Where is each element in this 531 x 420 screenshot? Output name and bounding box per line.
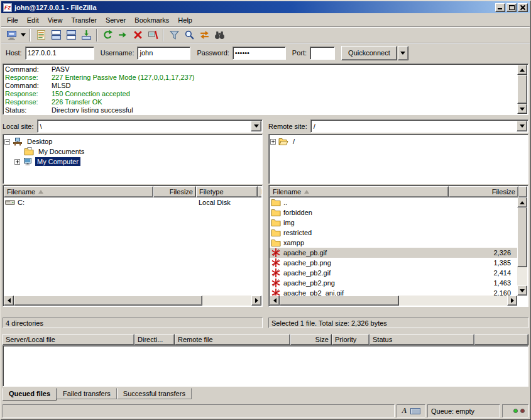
synchronized-browsing-icon[interactable] <box>197 28 212 43</box>
log-scrollbar[interactable] <box>517 65 527 114</box>
site-manager-icon[interactable] <box>4 28 19 43</box>
scroll-down-icon[interactable] <box>517 104 527 114</box>
filter-icon[interactable] <box>167 28 182 43</box>
toggle-remote-tree-icon[interactable] <box>63 28 79 43</box>
folder-icon <box>271 238 281 248</box>
menu-file[interactable]: File <box>3 14 23 26</box>
scrollbar-thumb[interactable] <box>517 75 527 104</box>
queue-tabs: Queued files Failed transfers Successful… <box>3 388 192 401</box>
scroll-up-icon[interactable] <box>517 65 527 75</box>
column-header-filesize[interactable]: Filesize <box>153 186 196 197</box>
file-name: img <box>283 219 295 226</box>
scroll-left-icon[interactable] <box>270 296 280 306</box>
scrollbar-thumb[interactable] <box>517 207 527 267</box>
transfer-queue-list[interactable] <box>3 345 528 387</box>
column-header-size[interactable]: Size <box>290 334 332 345</box>
tab-successful-transfers[interactable]: Successful transfers <box>117 388 192 399</box>
collapse-icon[interactable] <box>4 139 10 145</box>
close-button[interactable] <box>518 3 528 12</box>
remote-site-combo[interactable]: / <box>310 119 528 133</box>
column-header-filename[interactable]: Filename <box>270 186 449 197</box>
file-size: 1,463 <box>449 279 515 287</box>
quickconnect-button[interactable]: Quickconnect <box>341 46 397 60</box>
remote-list-body: .. forbidden img restricted xampp <box>270 197 517 296</box>
scroll-down-icon[interactable] <box>517 285 527 296</box>
directory-comparison-icon[interactable] <box>182 28 197 43</box>
refresh-icon[interactable] <box>100 28 115 43</box>
remote-file-row[interactable]: .. <box>270 197 517 207</box>
expand-icon[interactable] <box>14 159 20 165</box>
remote-file-row[interactable]: apache_pb.png 1,385 <box>270 258 517 268</box>
scrollbar-thumb[interactable] <box>280 296 399 306</box>
menu-bookmarks[interactable]: Bookmarks <box>130 14 173 26</box>
maximize-button[interactable] <box>506 3 517 12</box>
tree-item-my-documents[interactable]: My Documents <box>4 146 261 157</box>
remote-file-row[interactable]: xampp <box>270 238 517 248</box>
password-input[interactable] <box>233 47 286 60</box>
column-header-direction[interactable]: Directi... <box>134 334 175 345</box>
remote-file-row[interactable]: restricted <box>270 228 517 238</box>
folder-icon <box>271 228 281 238</box>
receive-led-icon <box>513 409 518 413</box>
toggle-transfer-queue-icon[interactable] <box>79 28 94 43</box>
scroll-right-icon[interactable] <box>251 296 261 306</box>
disconnect-icon[interactable] <box>145 28 160 43</box>
port-input[interactable] <box>310 47 335 60</box>
remote-file-row[interactable]: apache_pb2.png 1,463 <box>270 278 517 288</box>
tree-item-my-computer[interactable]: My Computer <box>4 157 261 167</box>
menu-transfer[interactable]: Transfer <box>67 14 101 26</box>
quickconnect-dropdown[interactable] <box>398 46 408 60</box>
column-header-filename[interactable]: Filename <box>4 186 153 197</box>
menu-help[interactable]: Help <box>173 14 197 26</box>
remote-horizontal-scrollbar[interactable] <box>270 296 517 306</box>
file-name: xampp <box>283 239 304 246</box>
file-name: apache_pb2_ani.gif <box>283 289 344 296</box>
cancel-operation-icon[interactable] <box>130 28 145 43</box>
scrollbar-thumb[interactable] <box>14 296 202 306</box>
column-header-status[interactable]: Status <box>370 334 474 345</box>
remote-file-row[interactable]: apache_pb2_ani.gif 2,160 <box>270 288 517 296</box>
remote-status-text: Selected 1 file. Total size: 2,326 bytes <box>268 318 528 328</box>
toggle-message-log-icon[interactable] <box>33 28 48 43</box>
column-header-lastmodified[interactable]: L <box>258 186 261 197</box>
menu-edit[interactable]: Edit <box>23 14 43 26</box>
remote-file-row[interactable]: apache_pb2.gif 2,414 <box>270 268 517 278</box>
tab-queued-files[interactable]: Queued files <box>3 388 57 401</box>
tree-item-root[interactable]: / <box>270 136 527 146</box>
toggle-local-tree-icon[interactable] <box>48 28 63 43</box>
column-header-filesize[interactable]: Filesize <box>449 186 518 197</box>
remote-file-row[interactable]: forbidden <box>270 207 517 218</box>
column-header-priority[interactable]: Priority <box>332 334 370 345</box>
keyboard-indicator-icon <box>410 408 420 414</box>
tree-item-desktop[interactable]: Desktop <box>4 136 261 146</box>
tab-failed-transfers[interactable]: Failed transfers <box>57 388 117 399</box>
username-input[interactable] <box>137 47 190 60</box>
local-horizontal-scrollbar[interactable] <box>4 296 261 306</box>
column-header-filetype[interactable]: Filetype <box>196 186 258 197</box>
remote-vertical-scrollbar[interactable] <box>517 197 527 296</box>
find-files-icon[interactable] <box>212 28 227 43</box>
remote-file-row[interactable]: img <box>270 218 517 228</box>
column-header-remote-file[interactable]: Remote file <box>175 334 290 345</box>
combo-dropdown-icon[interactable] <box>251 121 261 131</box>
local-file-row[interactable]: C: Local Disk <box>4 197 261 207</box>
close-icon <box>520 4 526 10</box>
host-input[interactable] <box>25 47 94 60</box>
combo-dropdown-icon[interactable] <box>517 121 527 131</box>
apache-image-icon <box>271 258 281 268</box>
scroll-up-icon[interactable] <box>517 197 527 207</box>
remote-file-row-selected[interactable]: apache_pb.gif 2,326 <box>270 248 517 258</box>
local-site-combo[interactable]: \ <box>37 119 263 133</box>
menu-view[interactable]: View <box>43 14 67 26</box>
scroll-right-icon[interactable] <box>507 296 517 306</box>
minimize-button[interactable] <box>495 3 505 12</box>
expand-icon[interactable] <box>270 139 276 145</box>
site-manager-dropdown-icon[interactable] <box>19 28 27 43</box>
log-line: Response:150 Connection accepted <box>5 90 516 98</box>
menu-server[interactable]: Server <box>101 14 130 26</box>
process-queue-icon[interactable] <box>115 28 130 43</box>
title-bar[interactable]: Fz john@127.0.0.1 - FileZilla <box>1 1 530 13</box>
column-header-server-local-file[interactable]: Server/Local file <box>3 334 134 345</box>
minimize-icon <box>498 8 502 9</box>
scroll-left-icon[interactable] <box>4 296 14 306</box>
